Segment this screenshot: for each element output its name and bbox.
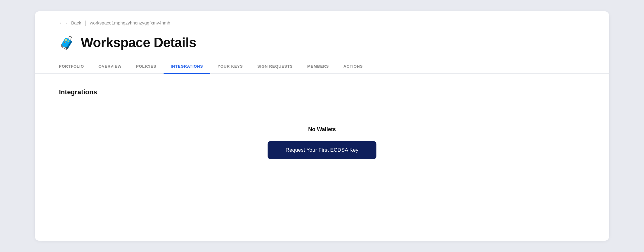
tab-members[interactable]: MEMBERS (300, 59, 336, 73)
breadcrumb-separator: | (85, 20, 86, 26)
workspace-icon: 🧳 (59, 35, 75, 50)
back-label: ← Back (65, 20, 81, 25)
content-area: Integrations No Wallets Request Your Fir… (35, 74, 609, 192)
tab-overview[interactable]: OVERVIEW (91, 59, 129, 73)
tab-portfolio[interactable]: PORTFOLIO (59, 59, 91, 73)
tabs-nav: PORTFOLIO OVERVIEW POLICIES INTEGRATIONS… (35, 59, 609, 74)
tab-your-keys[interactable]: YOUR KEYS (210, 59, 250, 73)
page-header: 🧳 Workspace Details (35, 32, 609, 59)
no-wallets-label: No Wallets (308, 126, 336, 133)
integrations-section-title: Integrations (59, 88, 585, 96)
breadcrumb-bar: ← ← Back | workspace1mphgzyhncnzyggfxmv4… (35, 11, 609, 32)
back-link[interactable]: ← ← Back (59, 20, 81, 25)
tab-policies[interactable]: POLICIES (129, 59, 164, 73)
empty-state: No Wallets Request Your First ECDSA Key (59, 108, 585, 177)
page-title: Workspace Details (81, 35, 196, 50)
back-arrow-icon: ← (59, 20, 63, 25)
request-ecdsa-key-button[interactable]: Request Your First ECDSA Key (268, 141, 377, 159)
main-card: ← ← Back | workspace1mphgzyhncnzyggfxmv4… (35, 11, 609, 241)
tab-integrations[interactable]: INTEGRATIONS (164, 59, 210, 73)
tab-actions[interactable]: ACTIONS (336, 59, 370, 73)
tab-sign-requests[interactable]: SIGN REQUESTS (250, 59, 300, 73)
workspace-id: workspace1mphgzyhncnzyggfxmv4nmh (90, 20, 170, 25)
